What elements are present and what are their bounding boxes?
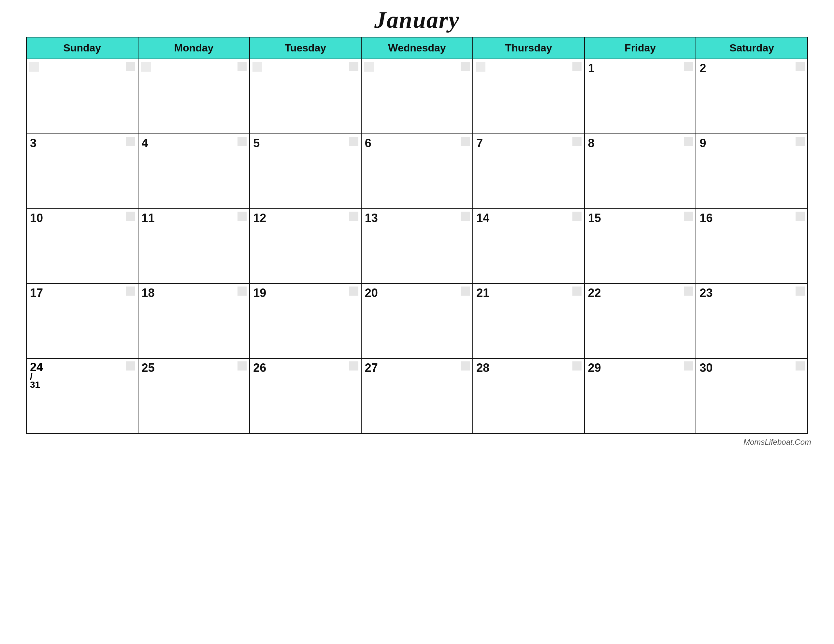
date-number: 14 [476,211,581,224]
date-number: 8 [588,137,693,150]
day-header-wednesday: Wednesday [361,37,473,59]
calendar-cell[interactable]: 20 [361,284,473,358]
date-number: 15 [588,211,693,224]
calendar-cell[interactable]: 8 [585,134,696,209]
day-header-sunday: Sunday [26,37,138,59]
date-number-alt: 31 [30,380,134,389]
date-number: 13 [365,211,469,224]
date-number: 25 [142,362,246,374]
calendar-cell[interactable]: 23 [696,284,808,358]
date-number: 4 [142,137,246,150]
day-header-friday: Friday [585,37,696,59]
date-number: 29 [588,362,693,374]
date-number: 1 [588,62,693,75]
calendar-cell[interactable]: 11 [138,209,250,284]
calendar-cell[interactable]: 21 [473,284,585,358]
date-number: 12 [253,211,358,224]
date-number: 22 [588,287,693,300]
calendar-cell[interactable]: 15 [585,209,696,284]
week-row-4: 24/31252627282930 [26,358,808,433]
date-number: 20 [365,287,469,300]
calendar-cell[interactable]: 28 [473,358,585,433]
date-number: 28 [476,362,581,374]
calendar-cell[interactable]: 4 [138,134,250,209]
calendar-cell[interactable]: 19 [249,284,361,358]
week-row-1: 3456789 [26,134,808,209]
calendar-cell[interactable]: 27 [361,358,473,433]
days-header-row: SundayMondayTuesdayWednesdayThursdayFrid… [26,37,808,59]
date-number: 2 [700,62,804,75]
calendar-cell[interactable]: 12 [249,209,361,284]
calendar-cell[interactable]: 5 [249,134,361,209]
calendar-cell[interactable]: 3 [26,134,138,209]
calendar-cell[interactable]: 22 [585,284,696,358]
week-row-3: 17181920212223 [26,284,808,358]
date-number: 19 [253,287,358,300]
date-number: 10 [30,211,134,224]
calendar-cell[interactable]: 1 [585,59,696,134]
calendar-table: SundayMondayTuesdayWednesdayThursdayFrid… [26,37,808,434]
calendar-cell[interactable]: 14 [473,209,585,284]
day-header-saturday: Saturday [696,37,808,59]
week-row-0: 12 [26,59,808,134]
date-number: 27 [365,362,469,374]
date-number: 24 [30,362,134,373]
date-number: 17 [30,287,134,300]
date-divider: / [30,373,134,380]
date-number: 23 [700,287,804,300]
day-header-monday: Monday [138,37,250,59]
calendar-cell[interactable]: 7 [473,134,585,209]
calendar-title: January [374,6,460,34]
week-row-2: 10111213141516 [26,209,808,284]
date-number: 6 [365,137,469,150]
calendar-cell[interactable] [249,59,361,134]
day-header-tuesday: Tuesday [249,37,361,59]
date-number: 30 [700,362,804,374]
date-number: 9 [700,137,804,150]
calendar-cell[interactable]: 2 [696,59,808,134]
calendar-cell[interactable]: 26 [249,358,361,433]
date-number: 3 [30,137,134,150]
calendar-cell[interactable] [138,59,250,134]
calendar-cell[interactable]: 25 [138,358,250,433]
date-number: 18 [142,287,246,300]
date-number: 26 [253,362,358,374]
calendar-cell[interactable] [26,59,138,134]
calendar-cell[interactable] [361,59,473,134]
calendar-cell[interactable]: 17 [26,284,138,358]
calendar-cell[interactable]: 16 [696,209,808,284]
calendar-cell[interactable]: 6 [361,134,473,209]
calendar-cell[interactable]: 18 [138,284,250,358]
watermark: MomsLifeboat.Com [743,437,824,447]
date-number: 5 [253,137,358,150]
date-number: 11 [142,211,246,224]
date-number: 16 [700,211,804,224]
day-header-thursday: Thursday [473,37,585,59]
date-number: 7 [476,137,581,150]
calendar-cell[interactable]: 24/31 [26,358,138,433]
calendar-cell[interactable] [473,59,585,134]
calendar-cell[interactable]: 9 [696,134,808,209]
calendar-cell[interactable]: 13 [361,209,473,284]
calendar-cell[interactable]: 10 [26,209,138,284]
calendar-cell[interactable]: 29 [585,358,696,433]
date-number: 21 [476,287,581,300]
calendar-cell[interactable]: 30 [696,358,808,433]
